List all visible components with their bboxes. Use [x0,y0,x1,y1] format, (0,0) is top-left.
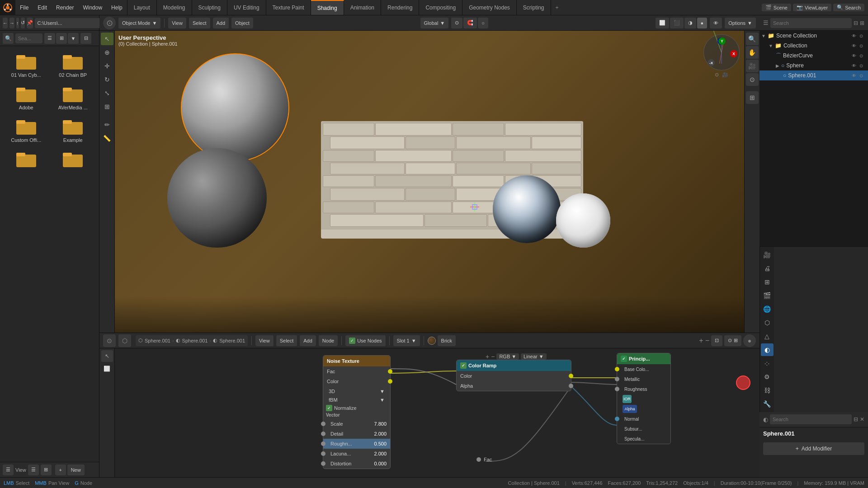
tab-compositing[interactable]: Compositing [419,0,462,15]
gradient-remove-stop[interactable]: − [491,353,495,360]
measure-tool[interactable]: 📏 [101,132,113,145]
tab-layout[interactable]: Layout [127,0,157,15]
props-filter-icon[interactable]: ⊟ [854,416,858,422]
material-props-icon[interactable]: ◐ [761,343,774,356]
lower-sphere-object[interactable] [167,148,267,248]
roughness-row[interactable]: Roughn... 0.500 [323,439,390,449]
render-icon[interactable]: ⊙ [858,33,864,38]
node-editor-canvas[interactable]: ↖ ⬜ [99,348,760,477]
node-view-dot[interactable]: ● [743,334,756,347]
principled-enabled[interactable]: ✓ [621,356,627,362]
filter-button[interactable]: ⊟ [80,33,91,44]
ramp-alpha-socket[interactable] [569,384,573,388]
main-sphere-object[interactable] [181,53,289,162]
sphere-item[interactable]: ▶ ○ Sphere 👁 ⊙ [760,61,868,70]
sphere-visibility[interactable]: 👁 [851,63,857,68]
viewport-view-menu[interactable]: View [168,18,186,28]
scene-collection-item[interactable]: ▼ 📁 Scene Collection 👁 ⊙ [760,31,868,41]
annotate-tool[interactable]: ✏ [101,118,113,131]
rgb-selector[interactable]: RGB ▼ [496,353,519,360]
mode-selector-dropdown[interactable]: Object Mode ▼ [118,18,160,28]
file-item-adobe[interactable]: Adobe [5,83,48,112]
up-button[interactable]: ↑ [16,18,19,28]
add-workspace-button[interactable]: + [551,5,563,11]
node-add-menu[interactable]: Add [300,335,316,346]
ramp-color-socket[interactable] [569,374,573,378]
object-props-icon[interactable]: ⬡ [761,316,774,329]
fac-input-socket[interactable] [476,457,481,462]
bottom-view-options[interactable]: ⊞ [41,465,52,475]
use-nodes-checkbox[interactable]: ✓ Use Nodes [345,335,385,346]
refresh-button[interactable]: ↺ [21,18,25,28]
nav-gizmo-widget[interactable]: Z Y X -X ⊙ 🎥 [703,34,740,70]
lacunarity-socket[interactable] [321,451,326,456]
modifier-props-icon[interactable]: 🔧 [761,398,774,410]
physics-props-icon[interactable]: ⚙ [761,371,774,383]
gradient-add-stop[interactable]: + [486,353,489,360]
file-item-partial2[interactable] [52,148,95,172]
roughness-socket[interactable] [321,441,326,446]
detail-socket[interactable] [321,432,326,436]
constraints-props-icon[interactable]: ⛓ [761,384,774,397]
menu-render[interactable]: Render [52,0,78,15]
material-selector[interactable]: Brick [438,335,456,346]
normal-socket[interactable] [615,417,619,421]
menu-window[interactable]: Window [78,0,107,15]
search-icon-btn[interactable]: 🔍 [3,33,14,44]
props-close-icon[interactable]: ✕ [860,416,864,422]
file-item-partial1[interactable] [5,148,48,172]
outliner-filter-button[interactable]: ⊟ [854,20,858,26]
collection-item[interactable]: ▼ 📁 Collection 👁 ⊙ [760,41,868,51]
color-socket[interactable] [388,379,392,384]
view-options-button[interactable]: ▼ [68,33,79,44]
list-view-button[interactable]: ☰ [44,33,55,44]
file-item-01-van-cyb[interactable]: 01 Van Cyb... [5,51,48,80]
view-layer-selector[interactable]: 📷 ViewLayer [793,4,831,11]
sphere-expand[interactable]: ▶ [776,63,779,68]
node-select-menu[interactable]: Select [276,335,297,346]
forward-button[interactable]: → [9,18,14,28]
tab-modeling[interactable]: Modeling [157,0,192,15]
select-tool[interactable]: ↖ [101,33,113,45]
scene-collection-expand[interactable]: ▼ [761,33,766,38]
transform-snap[interactable]: 🧲 [463,18,477,28]
viewport-add-menu[interactable]: Add [213,18,229,28]
distortion-socket[interactable] [321,461,326,466]
file-item-example[interactable]: Example [52,116,95,145]
tab-rendering[interactable]: Rendering [381,0,419,15]
tab-scripting[interactable]: Scripting [517,0,551,15]
new-button[interactable]: New [67,465,85,475]
cursor-tool[interactable]: ⊕ [101,46,113,59]
visibility-icon[interactable]: 👁 [851,33,857,38]
menu-help[interactable]: Help [107,0,127,15]
scale-socket[interactable] [321,422,326,426]
path-input[interactable] [35,18,103,28]
slot-selector[interactable]: Slot 1 ▼ [393,335,420,346]
panel-toggle-button[interactable]: ☰ [3,465,14,475]
rendered-shading[interactable]: ● [697,18,708,28]
world-props-icon[interactable]: 🌐 [761,303,774,315]
navigation-gizmo[interactable]: Z Y X -X ⊙ 🎥 [703,34,740,70]
node-type-icon[interactable]: ⬡ [118,334,131,347]
dimensions-dropdown[interactable]: 3D ▼ [326,388,387,395]
node-box-select[interactable]: ⬜ [101,363,113,375]
render-tool[interactable]: ⊙ [746,73,759,86]
linear-selector[interactable]: Linear ▼ [521,353,546,360]
color-ramp-node[interactable]: ✓ Color Ramp Color Alpha [456,360,571,391]
particles-props-icon[interactable]: ·:· [761,357,774,370]
normalize-checkbox[interactable]: ✓ [326,405,332,411]
viewport-overlay-toggle[interactable]: 👁 [710,18,722,28]
collection-expand[interactable]: ▼ [769,43,773,48]
transform-pivot[interactable]: ⊙ [451,18,462,28]
node-node-menu[interactable]: Node [319,335,338,346]
bezier-curve-item[interactable]: ⌒ BézierCurve 👁 ⊙ [760,51,868,61]
mirror-sphere-object[interactable] [493,175,561,243]
outliner-sort-button[interactable]: ⊞ [860,20,864,26]
transform-global-dropdown[interactable]: Global ▼ [420,18,449,28]
fac-socket[interactable] [388,369,392,374]
rotate-tool[interactable]: ↻ [101,73,113,86]
wireframe-shading[interactable]: ⬜ [656,18,669,28]
transform-tool[interactable]: ⊞ [101,100,113,113]
tab-sculpting[interactable]: Sculpting [192,0,227,15]
bottom-menu-button[interactable]: ☰ [28,465,39,475]
